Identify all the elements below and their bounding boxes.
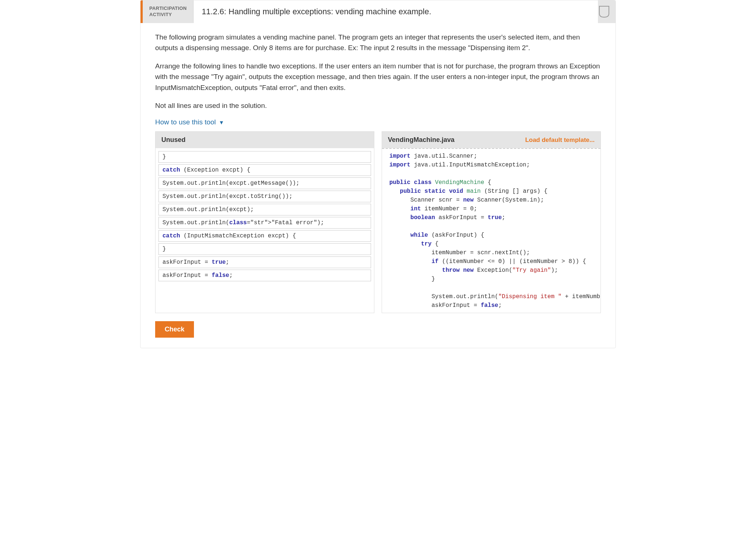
- chevron-down-icon: ▼: [219, 119, 224, 125]
- activity-container: PARTICIPATION ACTIVITY 11.2.6: Handling …: [140, 0, 616, 348]
- code-editor-wrap[interactable]: import java.util.Scanner; import java.ut…: [382, 148, 600, 313]
- activity-header: PARTICIPATION ACTIVITY 11.2.6: Handling …: [141, 0, 615, 23]
- activity-type-line2: ACTIVITY: [149, 12, 172, 17]
- how-to-use-label: How to use this tool: [155, 118, 216, 126]
- activity-type-line1: PARTICIPATION: [149, 5, 187, 11]
- unused-code-line[interactable]: askForInput = true;: [158, 256, 371, 268]
- activity-title-wrap: 11.2.6: Handling multiple exceptions: ve…: [193, 0, 598, 23]
- unused-code-line[interactable]: System.out.println(class="str">"Fatal er…: [158, 217, 371, 229]
- unused-panel-header: Unused: [156, 132, 374, 148]
- status-indicator: [598, 0, 615, 23]
- unused-title: Unused: [161, 136, 186, 144]
- code-editor: import java.util.Scanner; import java.ut…: [382, 149, 600, 313]
- activity-type-label: PARTICIPATION ACTIVITY: [143, 0, 193, 23]
- unused-code-line[interactable]: catch (InputMismatchException excpt) {: [158, 230, 371, 242]
- activity-title: 11.2.6: Handling multiple exceptions: ve…: [202, 7, 431, 16]
- panels: Unused }catch (Exception excpt) {System.…: [155, 131, 601, 313]
- unused-code-line[interactable]: System.out.println(excpt.toString());: [158, 191, 371, 202]
- check-button[interactable]: Check: [155, 321, 194, 338]
- instructions: The following program simulates a vendin…: [155, 32, 601, 111]
- unused-code-line[interactable]: askForInput = false;: [158, 270, 371, 281]
- unused-panel-body[interactable]: }catch (Exception excpt) {System.out.pri…: [156, 148, 374, 286]
- code-filename: VendingMachine.java: [388, 136, 454, 144]
- activity-body: The following program simulates a vendin…: [141, 23, 615, 348]
- unused-code-line[interactable]: }: [158, 243, 371, 255]
- unused-code-line[interactable]: System.out.println(excpt);: [158, 204, 371, 215]
- code-panel-header: VendingMachine.java Load default templat…: [382, 132, 600, 148]
- unused-code-line[interactable]: }: [158, 151, 371, 163]
- unused-panel: Unused }catch (Exception excpt) {System.…: [155, 131, 374, 313]
- instruction-paragraph-3: Not all lines are used in the solution.: [155, 100, 601, 111]
- code-panel: VendingMachine.java Load default templat…: [382, 131, 601, 313]
- instruction-paragraph-2: Arrange the following lines to handle tw…: [155, 61, 601, 93]
- load-default-link[interactable]: Load default template...: [525, 136, 595, 144]
- pocket-icon: [599, 5, 610, 18]
- how-to-use-toggle[interactable]: How to use this tool ▼: [155, 118, 224, 126]
- unused-code-line[interactable]: System.out.println(excpt.getMessage());: [158, 177, 371, 189]
- instruction-paragraph-1: The following program simulates a vendin…: [155, 32, 601, 53]
- unused-code-line[interactable]: catch (Exception excpt) {: [158, 164, 371, 176]
